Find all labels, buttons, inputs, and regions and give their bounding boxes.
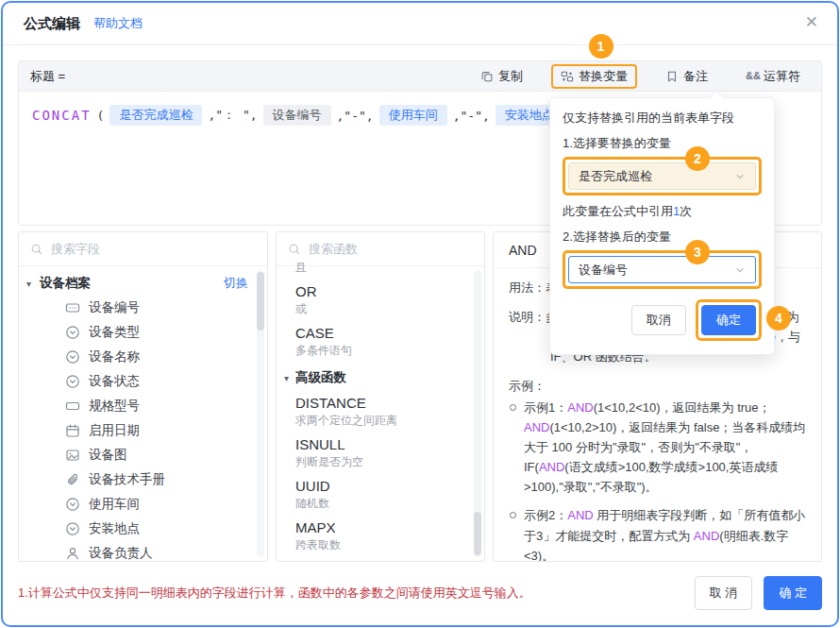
function-name: UUID [295,477,475,496]
function-item[interactable]: UUID随机数 [295,477,475,512]
function-name: ISNULL [295,435,475,454]
field-item[interactable]: 规格型号 [26,394,265,418]
annotation-box-2: 是否完成巡检 2 [563,157,762,195]
note-label: 备注 [683,68,708,85]
function-name: DISTANCE [295,394,475,413]
field-item-label: 启用日期 [89,422,140,439]
popup-step2-label: 2.选择替换后的变量 [563,229,762,246]
footer-actions: 取 消 确 定 [695,576,822,610]
function-item[interactable]: DISTANCE求两个定位之间距离 [295,394,475,429]
replace-variable-button[interactable]: 替换变量 1 [551,64,637,89]
switch-form-link[interactable]: 切换 [224,275,248,292]
note-button[interactable]: 备注 [656,64,717,89]
formula-toolbar: 标题 = 复制 替换变量 1 备注 && 运算符 [19,61,821,92]
field-item[interactable]: 设备负责人 [26,541,265,562]
caret-down-icon: ▾ [284,373,295,383]
popup-confirm-button[interactable]: 确定 [701,305,756,335]
copy-button[interactable]: 复制 [471,64,532,89]
cancel-button[interactable]: 取 消 [695,576,753,610]
function-item[interactable]: ISNULL判断是否为空 [295,435,475,470]
field-item[interactable]: 设备图 [26,443,265,467]
field-item[interactable]: 设备技术手册 [26,467,265,492]
replacement-variable-value: 设备编号 [579,262,628,279]
formula-field-chip[interactable]: 设备编号 [263,105,331,126]
functions-scrollbar-thumb[interactable] [474,512,481,555]
fields-scrollbar-thumb[interactable] [257,272,264,331]
doc-examples-label: 示例： [509,376,806,396]
annotation-badge-1: 1 [589,34,613,59]
annotation-badge-2: 2 [685,146,710,171]
function-item[interactable]: MAPX跨表取数 [295,518,475,553]
field-item[interactable]: 设备编号 [26,296,265,320]
select-icon [65,325,80,340]
swap-icon [561,70,574,83]
target-field-label: 标题 = [30,68,65,85]
replace-variable-label: 替换变量 [579,68,628,85]
confirm-button[interactable]: 确 定 [764,576,822,610]
operator-label: 运算符 [764,68,800,85]
functions-scrollbar-track [474,270,481,557]
annotation-box-3: 设备编号 3 [563,250,762,289]
image-icon [65,448,80,463]
formula-token: CONCAT [32,108,92,123]
fields-panel: ▾ 设备档案 切换 设备编号设备类型设备名称设备状态规格型号启用日期设备图设备技… [18,231,268,562]
formula-token: ,"： ", [208,107,257,124]
field-item[interactable]: 安装地点 [26,517,265,541]
functions-search-input[interactable] [309,242,475,256]
variable-to-replace-select[interactable]: 是否完成巡检 [568,162,756,190]
hint-prefix: 此变量在公式中引用 [563,204,673,218]
variable-to-replace-value: 是否完成巡检 [579,168,652,185]
person-icon [65,546,80,561]
functions-list: 且OR或CASE多条件语句▾高级函数DISTANCE求两个定位之间距离ISNUL… [277,260,484,562]
field-item-label: 设备名称 [89,348,140,365]
formula-token: ,"-", [453,109,490,123]
function-desc: 跨表取数 [295,537,475,553]
function-group-header[interactable]: ▾高级函数 [284,365,475,390]
function-desc: 多条件语句 [295,343,475,359]
function-item[interactable]: OR或 [295,282,475,317]
popup-actions: 取消 确定 4 [563,299,762,341]
annotation-badge-4: 4 [766,306,791,331]
formula-field-chip[interactable]: 使用车间 [379,105,447,126]
popup-step1-label: 1.选择要替换的变量 [563,135,762,152]
field-item-label: 规格型号 [89,398,140,415]
annotation-box-4: 确定 4 [696,299,762,341]
toolbar-actions: 复制 替换变量 1 备注 && 运算符 [471,64,810,89]
popup-cancel-button[interactable]: 取消 [631,305,686,335]
field-item-label: 设备负责人 [89,545,153,562]
function-name: CASE [295,324,475,343]
attachment-icon [65,472,80,487]
formula-token: ( [97,109,105,123]
field-item-label: 设备类型 [89,324,140,341]
fields-search-input[interactable] [51,242,256,256]
function-desc: 随机数 [295,496,475,512]
dialog-footer: 1.计算公式中仅支持同一明细表内的字段进行计算，函数中的各参数之间请使用英文逗号… [18,571,822,615]
copy-label: 复制 [498,68,523,85]
select-icon [65,374,80,389]
function-item[interactable]: 且 [295,260,475,276]
reference-count-hint: 此变量在公式中引用1次 [563,203,762,220]
field-item[interactable]: 设备状态 [26,369,265,394]
function-item[interactable]: CASE多条件语句 [295,324,475,359]
field-item-label: 使用车间 [89,496,140,513]
fields-tree: ▾ 设备档案 切换 设备编号设备类型设备名称设备状态规格型号启用日期设备图设备技… [19,266,267,562]
select-icon [65,521,80,536]
hint-suffix: 次 [680,204,692,218]
field-item[interactable]: 启用日期 [26,418,265,443]
field-item[interactable]: 使用车间 [26,492,265,517]
formula-field-chip[interactable]: 是否完成巡检 [109,105,202,126]
chevron-down-icon [734,171,746,182]
operator-button[interactable]: && 运算符 [736,64,810,89]
text-input-icon [65,300,80,315]
bookmark-icon [665,70,679,83]
field-item[interactable]: 设备类型 [26,320,265,345]
function-group-label: 高级函数 [295,369,346,386]
help-doc-link[interactable]: 帮助文档 [93,15,143,32]
formula-token: ,"-", [337,109,374,123]
field-item[interactable]: 设备名称 [26,345,265,369]
close-icon[interactable]: ✕ [805,14,818,30]
function-desc: 且 [295,260,475,276]
replacement-variable-select[interactable]: 设备编号 [568,256,756,283]
fields-group-header[interactable]: ▾ 设备档案 切换 [26,271,265,296]
function-desc: 求两个定位之间距离 [295,413,475,429]
